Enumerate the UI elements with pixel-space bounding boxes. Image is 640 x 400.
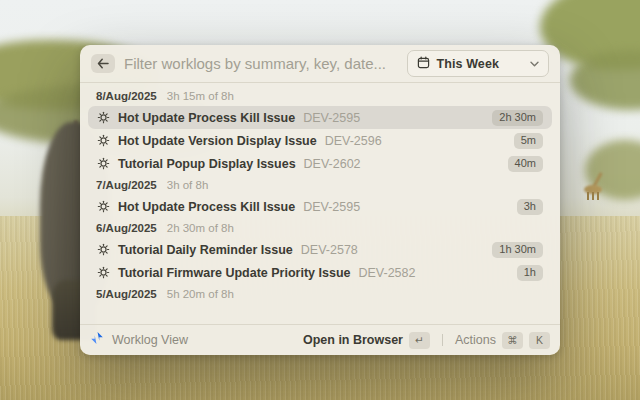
issue-key: DEV-2578 <box>301 243 358 257</box>
command-key-icon: ⌘ <box>502 332 523 349</box>
bug-icon <box>97 157 110 170</box>
issue-key: DEV-2582 <box>358 266 415 280</box>
section-header: 5/Aug/2025 5h 20m of 8h <box>88 284 552 304</box>
worklog-row[interactable]: Hot Update Process Kill Issue DEV-2595 2… <box>88 106 552 129</box>
period-dropdown[interactable]: This Week <box>407 50 550 77</box>
back-button[interactable] <box>91 54 115 73</box>
period-dropdown-label: This Week <box>437 57 500 71</box>
arrow-left-icon <box>97 58 109 69</box>
worklog-row[interactable]: Tutorial Daily Reminder Issue DEV-2578 1… <box>88 238 552 261</box>
footer-divider <box>442 334 443 346</box>
issue-title: Hot Update Process Kill Issue <box>118 200 295 214</box>
issue-title: Tutorial Firmware Update Priority Issue <box>118 266 350 280</box>
worklog-row[interactable]: Hot Update Process Kill Issue DEV-2595 3… <box>88 195 552 218</box>
search-input[interactable] <box>124 55 398 72</box>
issue-key: DEV-2595 <box>303 200 360 214</box>
duration-badge: 1h 30m <box>492 242 543 258</box>
actions-button[interactable]: Actions ⌘ K <box>455 332 550 349</box>
bug-icon <box>97 111 110 124</box>
duration-badge: 1h <box>517 265 543 281</box>
issue-key: DEV-2596 <box>325 134 382 148</box>
chevron-down-icon <box>530 61 539 67</box>
worklog-list: 8/Aug/2025 3h 15m of 8h Hot Update Proce… <box>80 83 560 324</box>
bug-icon <box>97 243 110 256</box>
section-total: 5h 20m of 8h <box>167 288 234 300</box>
open-in-browser-label: Open in Browser <box>303 333 403 347</box>
duration-badge: 40m <box>508 156 543 172</box>
worklog-row[interactable]: Tutorial Firmware Update Priority Issue … <box>88 261 552 284</box>
section-total: 3h of 8h <box>167 179 209 191</box>
worklog-row[interactable]: Tutorial Popup Display Issues DEV-2602 4… <box>88 152 552 175</box>
worklog-row[interactable]: Hot Update Version Display Issue DEV-259… <box>88 129 552 152</box>
section-header: 8/Aug/2025 3h 15m of 8h <box>88 86 552 106</box>
section-total: 3h 15m of 8h <box>167 90 234 102</box>
actions-label: Actions <box>455 333 496 347</box>
screen: This Week 8/Aug/2025 3h 15m of 8h Hot Up… <box>0 0 640 400</box>
duration-badge: 2h 30m <box>492 110 543 126</box>
issue-title: Hot Update Process Kill Issue <box>118 111 295 125</box>
open-in-browser-button[interactable]: Open in Browser ↵ <box>303 332 430 349</box>
section-date: 6/Aug/2025 <box>96 222 157 234</box>
bug-icon <box>97 200 110 213</box>
jira-icon <box>90 331 104 349</box>
bug-icon <box>97 266 110 279</box>
section-date: 8/Aug/2025 <box>96 90 157 102</box>
section-date: 5/Aug/2025 <box>96 288 157 300</box>
calendar-icon <box>417 55 430 73</box>
issue-title: Tutorial Popup Display Issues <box>118 157 296 171</box>
worklog-panel: This Week 8/Aug/2025 3h 15m of 8h Hot Up… <box>80 45 560 355</box>
issue-title: Hot Update Version Display Issue <box>118 134 317 148</box>
section-date: 7/Aug/2025 <box>96 179 157 191</box>
bug-icon <box>97 134 110 147</box>
issue-title: Tutorial Daily Reminder Issue <box>118 243 293 257</box>
enter-key-icon: ↵ <box>409 332 430 349</box>
app-name: Worklog View <box>112 333 188 347</box>
section-total: 2h 30m of 8h <box>167 222 234 234</box>
section-header: 6/Aug/2025 2h 30m of 8h <box>88 218 552 238</box>
giraffe-shape <box>587 192 599 200</box>
k-key-icon: K <box>529 332 550 349</box>
issue-key: DEV-2602 <box>304 157 361 171</box>
panel-header: This Week <box>80 45 560 83</box>
duration-badge: 5m <box>514 133 543 149</box>
issue-key: DEV-2595 <box>303 111 360 125</box>
duration-badge: 3h <box>517 199 543 215</box>
section-header: 7/Aug/2025 3h of 8h <box>88 175 552 195</box>
panel-footer: Worklog View Open in Browser ↵ Actions ⌘… <box>80 324 560 355</box>
